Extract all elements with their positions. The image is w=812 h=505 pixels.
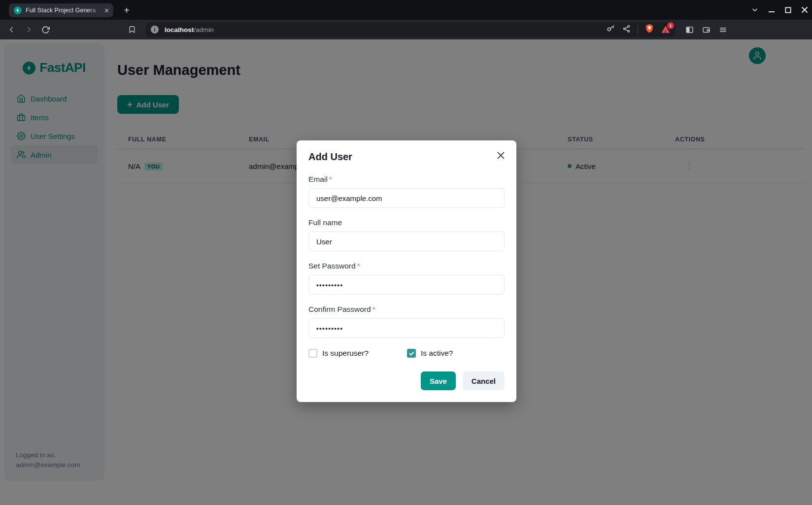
url-text[interactable]: localhost/admin [165, 26, 607, 34]
set-password-field-group: Set Password* [308, 261, 505, 295]
tab-search-chevron-icon[interactable] [751, 6, 758, 13]
forward-button[interactable] [22, 23, 35, 36]
browser-tab[interactable]: Full Stack Project Genera ✕ [9, 3, 113, 17]
is-superuser-label: Is superuser? [322, 349, 369, 358]
required-asterisk: * [372, 305, 375, 313]
browser-toolbar: i localhost/admin 1 [0, 20, 812, 39]
fastapi-favicon-icon [14, 6, 22, 14]
url-bar[interactable]: i localhost/admin 1 [146, 22, 676, 37]
browser-titlebar: Full Stack Project Genera ✕ + [0, 0, 812, 20]
full-name-field[interactable] [308, 232, 505, 251]
tab-close-icon[interactable]: ✕ [104, 7, 109, 14]
is-active-checkbox[interactable]: Is active? [407, 349, 453, 358]
add-user-modal: Add User Email* Full name Set Password* … [297, 140, 516, 402]
url-path: /admin [194, 26, 214, 34]
email-label: Email* [308, 174, 505, 184]
page-viewport: FastAPI Dashboard Items User Settings A [0, 39, 812, 505]
modal-footer: Save Cancel [308, 371, 505, 390]
menu-hamburger-icon[interactable] [716, 23, 730, 36]
checkbox-unchecked-icon[interactable] [308, 349, 317, 358]
full-name-field-group: Full name [308, 218, 505, 251]
confirm-password-field-group: Confirm Password* [308, 304, 505, 338]
wallet-icon[interactable] [699, 23, 713, 36]
brave-rewards-icon[interactable]: 1 [661, 25, 671, 34]
new-tab-button[interactable]: + [120, 4, 133, 17]
browser-window: Full Stack Project Genera ✕ + [0, 0, 812, 505]
reload-button[interactable] [38, 23, 52, 36]
url-host: localhost [165, 26, 194, 34]
set-password-label: Set Password* [308, 261, 505, 271]
window-minimize-button[interactable] [768, 6, 775, 13]
is-superuser-checkbox[interactable]: Is superuser? [308, 349, 407, 358]
required-asterisk: * [357, 262, 360, 270]
confirm-password-field[interactable] [308, 318, 505, 338]
modal-close-icon[interactable] [494, 148, 508, 162]
window-maximize-button[interactable] [785, 7, 791, 13]
confirm-password-label: Confirm Password* [308, 304, 505, 314]
brave-shield-icon[interactable] [645, 24, 654, 35]
rewards-badge: 1 [667, 22, 674, 29]
checkbox-row: Is superuser? Is active? [308, 349, 505, 358]
save-button[interactable]: Save [421, 371, 456, 390]
email-field-group: Email* [308, 174, 505, 208]
full-name-label: Full name [308, 218, 505, 228]
bookmark-icon[interactable] [125, 23, 139, 36]
cancel-button[interactable]: Cancel [463, 371, 505, 390]
window-close-button[interactable] [801, 6, 808, 13]
is-active-label: Is active? [421, 349, 453, 358]
site-info-icon[interactable]: i [151, 26, 159, 34]
toolbar-separator [638, 25, 638, 34]
password-key-icon[interactable] [607, 24, 615, 35]
checkbox-checked-icon[interactable] [407, 349, 416, 358]
email-field[interactable] [308, 188, 505, 208]
sidebar-panel-icon[interactable] [682, 23, 696, 36]
back-button[interactable] [5, 23, 19, 36]
required-asterisk: * [329, 175, 332, 183]
modal-title: Add User [308, 151, 505, 163]
set-password-field[interactable] [308, 275, 505, 295]
tab-title: Full Stack Project Genera [26, 7, 102, 14]
share-icon[interactable] [622, 25, 631, 35]
